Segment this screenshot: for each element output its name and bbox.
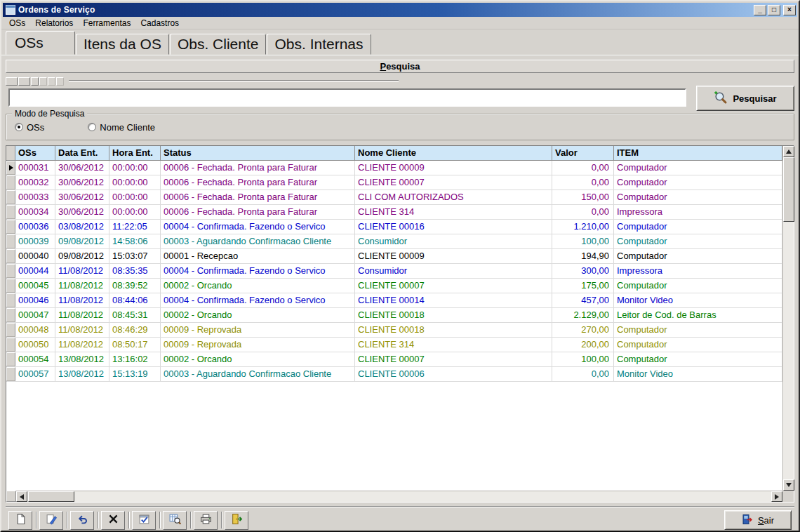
cell-valor[interactable]: 194,90 <box>552 249 614 263</box>
cell-hora_ent[interactable]: 08:46:29 <box>109 323 161 337</box>
edit-os-button[interactable] <box>39 511 63 530</box>
cell-item[interactable]: Computador <box>614 175 782 189</box>
cell-cliente[interactable]: CLIENTE 00006 <box>355 367 552 381</box>
cell-cliente[interactable]: CLIENTE 00007 <box>355 352 552 366</box>
cell-item[interactable]: Monitor Video <box>614 293 782 307</box>
tab-itens-da-os[interactable]: Itens da OS <box>76 34 169 55</box>
cell-data_ent[interactable]: 11/08/2012 <box>55 293 109 307</box>
cell-os[interactable]: 000033 <box>15 190 55 204</box>
cell-data_ent[interactable]: 11/08/2012 <box>55 323 109 337</box>
nav-insert-button[interactable] <box>48 77 55 86</box>
horizontal-scrollbar[interactable] <box>16 491 782 502</box>
cell-status[interactable]: 00002 - Orcando <box>161 279 355 293</box>
column-header-hora-ent-[interactable]: Hora Ent. <box>109 146 161 160</box>
cell-status[interactable]: 00002 - Orcando <box>161 352 355 366</box>
cell-status[interactable]: 00004 - Confirmada. Fazendo o Servico <box>161 220 355 234</box>
maximize-button[interactable]: □ <box>768 5 780 15</box>
cell-cliente[interactable]: CLI COM AUTORIZADOS <box>355 190 552 204</box>
cell-cliente[interactable]: CLIENTE 314 <box>355 338 552 352</box>
cell-cliente[interactable]: CLIENTE 314 <box>355 205 552 219</box>
table-row[interactable]: 00004811/08/201208:46:2900009 - Reprovad… <box>6 323 782 338</box>
cell-data_ent[interactable]: 11/08/2012 <box>55 279 109 293</box>
radio-mode-oss[interactable]: OSs <box>15 122 44 133</box>
cell-valor[interactable]: 270,00 <box>552 323 614 337</box>
cell-hora_ent[interactable]: 00:00:00 <box>109 161 161 175</box>
cell-os[interactable]: 000031 <box>15 161 55 175</box>
horizontal-scroll-thumb[interactable] <box>28 491 74 502</box>
cell-item[interactable]: Computador <box>614 161 782 175</box>
cell-valor[interactable]: 0,00 <box>552 161 614 175</box>
cell-status[interactable]: 00009 - Reprovada <box>161 338 355 352</box>
sair-button[interactable]: Sair <box>724 510 792 530</box>
cell-hora_ent[interactable]: 11:22:05 <box>109 220 161 234</box>
column-header-valor[interactable]: Valor <box>552 146 614 160</box>
column-header-status[interactable]: Status <box>161 146 355 160</box>
cell-valor[interactable]: 2.129,00 <box>552 308 614 322</box>
cell-hora_ent[interactable]: 15:13:19 <box>109 367 161 381</box>
table-row[interactable]: 00004009/08/201215:03:0700001 - Recepcao… <box>6 249 782 264</box>
cell-cliente[interactable]: Consumidor <box>355 234 552 248</box>
cell-data_ent[interactable]: 30/06/2012 <box>55 161 109 175</box>
pesquisar-button[interactable]: Pesquisar <box>696 86 794 111</box>
table-row[interactable]: 00004711/08/201208:45:3100002 - OrcandoC… <box>6 308 782 323</box>
new-os-button[interactable] <box>8 511 32 530</box>
confirm-os-button[interactable] <box>132 511 156 530</box>
cell-os[interactable]: 000040 <box>15 249 55 263</box>
table-row[interactable]: 00003909/08/201214:58:0600003 - Aguardan… <box>6 234 782 249</box>
cell-valor[interactable]: 0,00 <box>552 367 614 381</box>
cell-item[interactable]: Computador <box>614 249 782 263</box>
menu-item-ferramentas[interactable]: Ferramentas <box>78 18 135 29</box>
cell-item[interactable]: Leitor de Cod. de Barras <box>614 308 782 322</box>
cell-valor[interactable]: 300,00 <box>552 264 614 278</box>
cell-os[interactable]: 000047 <box>15 308 55 322</box>
print-button[interactable] <box>194 511 218 530</box>
close-button[interactable]: × <box>783 5 796 15</box>
cell-valor[interactable]: 175,00 <box>552 279 614 293</box>
column-header-nome-cliente[interactable]: Nome Cliente <box>355 146 552 160</box>
cell-os[interactable]: 000036 <box>15 220 55 234</box>
nav-prior-button[interactable] <box>18 77 30 86</box>
cell-hora_ent[interactable]: 00:00:00 <box>109 175 161 189</box>
cell-hora_ent[interactable]: 00:00:00 <box>109 205 161 219</box>
cell-hora_ent[interactable]: 08:35:35 <box>109 264 161 278</box>
cell-os[interactable]: 000032 <box>15 175 55 189</box>
cell-os[interactable]: 000054 <box>15 352 55 366</box>
cell-item[interactable]: Monitor Video <box>614 367 782 381</box>
cell-hora_ent[interactable]: 08:45:31 <box>109 308 161 322</box>
cell-cliente[interactable]: CLIENTE 00009 <box>355 249 552 263</box>
cell-item[interactable]: Impressora <box>614 264 782 278</box>
cell-cliente[interactable]: CLIENTE 00014 <box>355 293 552 307</box>
cell-hora_ent[interactable]: 14:58:06 <box>109 234 161 248</box>
cell-status[interactable]: 00006 - Fechada. Pronta para Faturar <box>161 161 355 175</box>
table-row[interactable]: 00003130/06/201200:00:0000006 - Fechada.… <box>6 161 782 175</box>
table-row[interactable]: 00003330/06/201200:00:0000006 - Fechada.… <box>6 190 782 205</box>
scroll-down-button[interactable] <box>783 479 794 491</box>
cell-os[interactable]: 000034 <box>15 205 55 219</box>
cell-valor[interactable]: 100,00 <box>552 352 614 366</box>
cell-valor[interactable]: 100,00 <box>552 234 614 248</box>
radio-circle-oss[interactable] <box>15 123 23 131</box>
cell-data_ent[interactable]: 30/06/2012 <box>55 175 109 189</box>
cell-os[interactable]: 000050 <box>15 338 55 352</box>
cell-data_ent[interactable]: 11/08/2012 <box>55 308 109 322</box>
cell-hora_ent[interactable]: 15:03:07 <box>109 249 161 263</box>
cell-data_ent[interactable]: 09/08/2012 <box>55 234 109 248</box>
cell-item[interactable]: Computador <box>614 190 782 204</box>
cell-hora_ent[interactable]: 08:44:06 <box>109 293 161 307</box>
cell-cliente[interactable]: CLIENTE 00007 <box>355 279 552 293</box>
cell-status[interactable]: 00003 - Aguardando Confirmacao Cliente <box>161 367 355 381</box>
delete-os-button[interactable] <box>101 511 125 530</box>
cell-os[interactable]: 000048 <box>15 323 55 337</box>
tab-obs-internas[interactable]: Obs. Internas <box>267 34 371 55</box>
cell-cliente[interactable]: Consumidor <box>355 264 552 278</box>
cell-item[interactable]: Computador <box>614 323 782 337</box>
cell-data_ent[interactable]: 03/08/2012 <box>55 220 109 234</box>
cell-item[interactable]: Computador <box>614 352 782 366</box>
cell-status[interactable]: 00003 - Aguardando Confirmacao Cliente <box>161 234 355 248</box>
column-header-data-ent-[interactable]: Data Ent. <box>55 146 109 160</box>
cell-status[interactable]: 00006 - Fechada. Pronta para Faturar <box>161 190 355 204</box>
cell-valor[interactable]: 0,00 <box>552 175 614 189</box>
cell-data_ent[interactable]: 09/08/2012 <box>55 249 109 263</box>
vertical-scroll-thumb[interactable] <box>783 157 794 222</box>
exit-door-button[interactable] <box>225 511 248 530</box>
